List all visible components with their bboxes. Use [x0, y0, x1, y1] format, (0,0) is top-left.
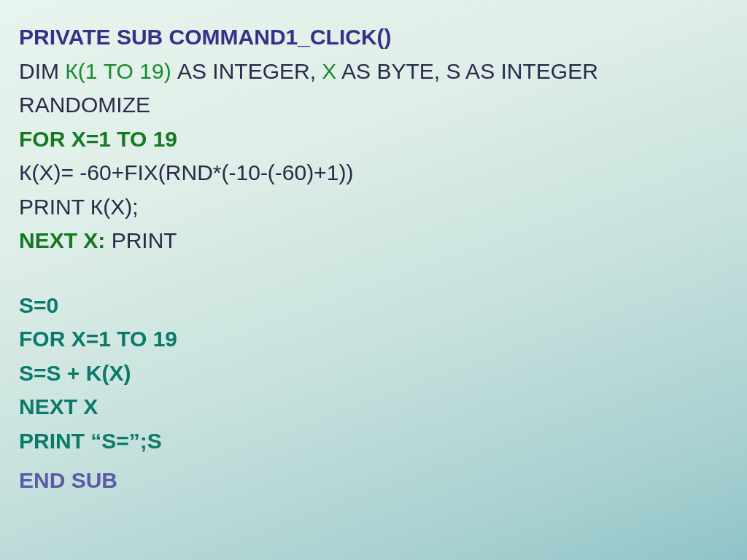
s-accumulate: S=S + K(X) — [19, 361, 131, 385]
assign-kx: К(X)= -60+FIX(RND*(-10-(-60)+1)) — [19, 160, 353, 184]
code-line-12: PRINT “S=”;S — [19, 424, 731, 459]
sub-declaration: PRIVATE SUB COMMAND1_CLICK() — [19, 25, 392, 49]
blank-line — [19, 258, 731, 289]
var-x: X — [322, 59, 336, 83]
randomize: RANDOMIZE — [19, 93, 150, 117]
code-line-7: NEXT X: PRINT — [19, 224, 731, 258]
code-line-10: S=S + K(X) — [19, 357, 731, 391]
code-line-6: PRINT К(X); — [19, 190, 731, 225]
as-byte-etc: AS BYTE, S AS INTEGER — [336, 59, 597, 83]
code-line-9: FOR X=1 TO 19 — [19, 322, 731, 357]
code-line-5: К(X)= -60+FIX(RND*(-10-(-60)+1)) — [19, 156, 731, 190]
code-line-13: END SUB — [19, 464, 731, 498]
print-s: PRINT “S=”;S — [19, 429, 162, 453]
code-line-1: PRIVATE SUB COMMAND1_CLICK() — [19, 20, 731, 55]
next-x-2: NEXT X — [19, 394, 98, 419]
array-decl: К(1 TO 19) — [65, 59, 171, 83]
for-loop-1: FOR X=1 TO 19 — [19, 127, 177, 151]
end-sub: END SUB — [19, 468, 117, 492]
as-integer-1: AS INTEGER, — [171, 59, 322, 83]
code-line-4: FOR X=1 TO 19 — [19, 122, 731, 157]
print-kx: PRINT К(X); — [19, 195, 139, 219]
code-line-2: DIM К(1 TO 19) AS INTEGER, X AS BYTE, S … — [19, 55, 731, 89]
code-line-11: NEXT X — [19, 390, 731, 424]
code-line-3: RANDOMIZE — [19, 88, 731, 122]
code-line-8: S=0 — [19, 289, 731, 323]
for-loop-2: FOR X=1 TO 19 — [19, 327, 177, 351]
s-zero: S=0 — [19, 293, 58, 317]
print-after-next: PRINT — [105, 228, 177, 252]
dim-keyword: DIM — [19, 59, 65, 83]
next-x-1: NEXT X: — [19, 228, 105, 252]
